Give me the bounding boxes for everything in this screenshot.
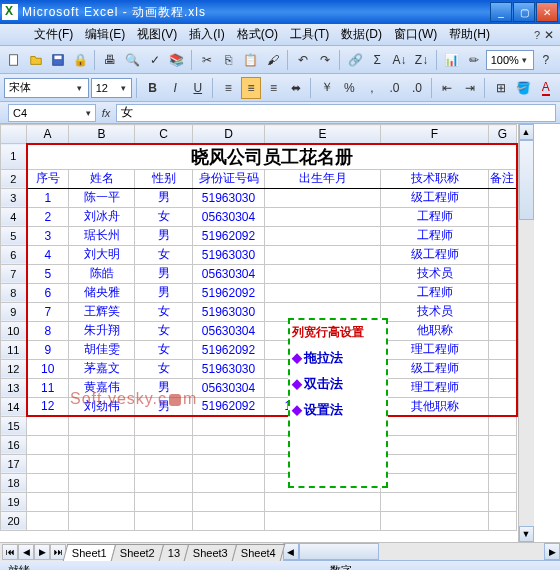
- table-header-cell[interactable]: 姓名: [69, 169, 135, 188]
- currency-button[interactable]: ￥: [316, 77, 337, 99]
- cell[interactable]: 2: [27, 207, 69, 226]
- cell[interactable]: [69, 435, 135, 454]
- cell[interactable]: 男: [135, 264, 193, 283]
- sheet-tab[interactable]: Sheet1: [63, 544, 116, 561]
- table-header-cell[interactable]: 性别: [135, 169, 193, 188]
- cell[interactable]: 12: [27, 397, 69, 416]
- cell[interactable]: 男: [135, 188, 193, 207]
- font-size-combo[interactable]: 12▾: [91, 78, 133, 98]
- align-center-button[interactable]: ≡: [241, 77, 262, 99]
- menu-item[interactable]: 数据(D): [335, 24, 388, 45]
- sheet-tab[interactable]: Sheet3: [184, 544, 237, 561]
- col-header[interactable]: D: [193, 125, 265, 144]
- merge-button[interactable]: ⬌: [286, 77, 307, 99]
- help-button[interactable]: ?: [536, 49, 556, 71]
- new-button[interactable]: [4, 49, 24, 71]
- row-header[interactable]: 19: [1, 492, 27, 511]
- cell[interactable]: 男: [135, 397, 193, 416]
- cell[interactable]: 黄嘉伟: [69, 378, 135, 397]
- scroll-thumb[interactable]: [519, 140, 534, 220]
- cell[interactable]: [265, 245, 381, 264]
- cell[interactable]: [489, 207, 517, 226]
- minimize-button[interactable]: _: [490, 2, 512, 22]
- cell[interactable]: 级工程师: [381, 245, 489, 264]
- cell[interactable]: [69, 416, 135, 435]
- cell[interactable]: [135, 416, 193, 435]
- row-header[interactable]: 4: [1, 207, 27, 226]
- cell[interactable]: 其他职称: [381, 397, 489, 416]
- cell[interactable]: 女: [135, 245, 193, 264]
- menu-item[interactable]: 格式(O): [231, 24, 284, 45]
- col-header[interactable]: A: [27, 125, 69, 144]
- col-header[interactable]: B: [69, 125, 135, 144]
- sort-asc-button[interactable]: A↓: [389, 49, 409, 71]
- table-header-cell[interactable]: 备注: [489, 169, 517, 188]
- chart-button[interactable]: 📊: [442, 49, 462, 71]
- row-header[interactable]: 9: [1, 302, 27, 321]
- dec-decimal-button[interactable]: .0: [407, 77, 428, 99]
- col-header[interactable]: E: [265, 125, 381, 144]
- cell[interactable]: [489, 511, 517, 530]
- close-button[interactable]: ✕: [536, 2, 558, 22]
- sheet-tab[interactable]: Sheet2: [111, 544, 164, 561]
- select-all-corner[interactable]: [1, 125, 27, 144]
- row-header[interactable]: 15: [1, 416, 27, 435]
- cell[interactable]: 7: [27, 302, 69, 321]
- comma-button[interactable]: ,: [362, 77, 383, 99]
- cell[interactable]: 3: [27, 226, 69, 245]
- cell[interactable]: 工程师: [381, 207, 489, 226]
- cell[interactable]: [27, 454, 69, 473]
- inc-decimal-button[interactable]: .0: [384, 77, 405, 99]
- cell[interactable]: [381, 492, 489, 511]
- cell[interactable]: [193, 454, 265, 473]
- cell[interactable]: [135, 473, 193, 492]
- cell[interactable]: [489, 302, 517, 321]
- row-header[interactable]: 1: [1, 144, 27, 170]
- cell[interactable]: 10: [27, 359, 69, 378]
- sort-desc-button[interactable]: Z↓: [411, 49, 431, 71]
- cell[interactable]: 女: [135, 207, 193, 226]
- cell[interactable]: [135, 454, 193, 473]
- cell[interactable]: 琚长州: [69, 226, 135, 245]
- scroll-down-button[interactable]: ▼: [519, 526, 534, 542]
- menu-item[interactable]: 窗口(W): [388, 24, 443, 45]
- cell[interactable]: 51963030: [193, 359, 265, 378]
- cell[interactable]: 工程师: [381, 283, 489, 302]
- cell[interactable]: 王辉笑: [69, 302, 135, 321]
- cell[interactable]: [381, 454, 489, 473]
- cell[interactable]: 05630304: [193, 378, 265, 397]
- hscroll-thumb[interactable]: [299, 543, 379, 560]
- cell[interactable]: [489, 397, 517, 416]
- underline-button[interactable]: U: [187, 77, 208, 99]
- cell[interactable]: 工程师: [381, 226, 489, 245]
- bold-button[interactable]: B: [142, 77, 163, 99]
- cell[interactable]: [265, 492, 381, 511]
- cell[interactable]: 05630304: [193, 264, 265, 283]
- cell[interactable]: [381, 511, 489, 530]
- tab-next-button[interactable]: ▶: [34, 544, 50, 560]
- cell[interactable]: [193, 492, 265, 511]
- menu-item[interactable]: 编辑(E): [79, 24, 131, 45]
- cell[interactable]: [265, 264, 381, 283]
- cell[interactable]: 胡佳雯: [69, 340, 135, 359]
- cell[interactable]: 茅嘉文: [69, 359, 135, 378]
- cell[interactable]: 6: [27, 283, 69, 302]
- save-button[interactable]: [48, 49, 68, 71]
- menu-item[interactable]: 工具(T): [284, 24, 335, 45]
- cell[interactable]: 理工程师: [381, 378, 489, 397]
- permission-button[interactable]: 🔒: [70, 49, 90, 71]
- drawing-button[interactable]: ✏: [464, 49, 484, 71]
- table-header-cell[interactable]: 身份证号码: [193, 169, 265, 188]
- row-header[interactable]: 8: [1, 283, 27, 302]
- spellcheck-button[interactable]: ✓: [145, 49, 165, 71]
- cell[interactable]: [135, 511, 193, 530]
- row-header[interactable]: 5: [1, 226, 27, 245]
- cell[interactable]: [265, 283, 381, 302]
- cell[interactable]: 男: [135, 226, 193, 245]
- cell[interactable]: [193, 473, 265, 492]
- cell[interactable]: 女: [135, 359, 193, 378]
- row-header[interactable]: 2: [1, 169, 27, 188]
- hyperlink-button[interactable]: 🔗: [345, 49, 365, 71]
- cell[interactable]: [27, 473, 69, 492]
- cell[interactable]: 51962092: [193, 397, 265, 416]
